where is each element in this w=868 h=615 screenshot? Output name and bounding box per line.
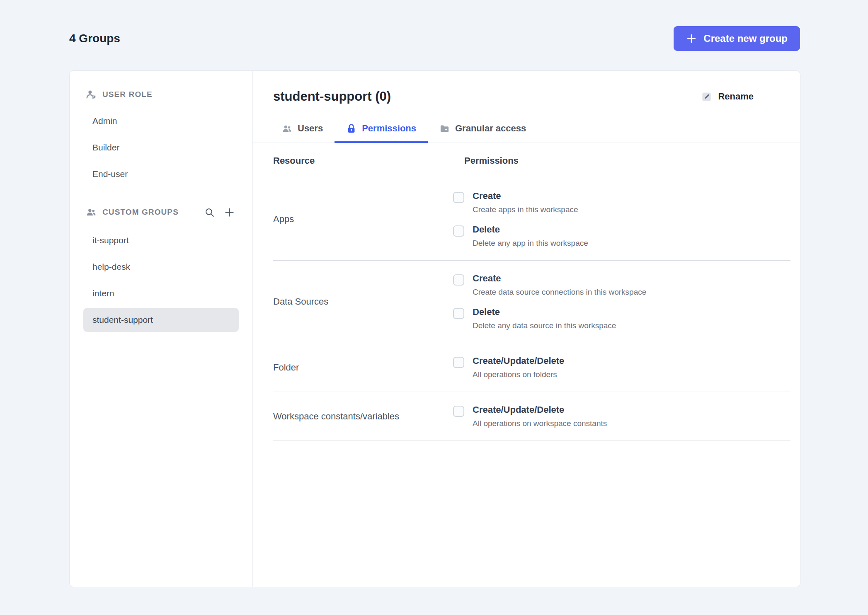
resource-label: Data Sources [273, 296, 453, 307]
user-role-list: Admin Builder End-user [83, 109, 239, 186]
custom-groups-icon [86, 207, 97, 218]
custom-groups-header-label: CUSTOM GROUPS [102, 208, 179, 217]
add-group-button[interactable] [222, 205, 236, 219]
table-row-data-sources: Data Sources Create Create data source c… [273, 261, 790, 343]
edit-pencil-icon [701, 91, 712, 102]
permission-checkbox[interactable] [453, 225, 464, 237]
permission-entry: Create/Update/Delete All operations on w… [453, 400, 790, 433]
rename-button[interactable]: Rename [701, 91, 754, 102]
sidebar-item-end-user[interactable]: End-user [83, 162, 239, 186]
permissions-cell: Create Create data source connections in… [453, 268, 790, 335]
permissions-cell: Create/Update/Delete All operations on f… [453, 351, 790, 384]
folder-icon [439, 123, 450, 134]
search-groups-button[interactable] [202, 205, 216, 219]
top-bar: 4 Groups Create new group [69, 26, 800, 51]
sidebar: USER ROLE Admin Builder End-user CUSTOM … [70, 71, 253, 587]
resource-label: Workspace constants/variables [273, 411, 453, 422]
create-new-group-label: Create new group [703, 33, 788, 44]
tab-users[interactable]: Users [270, 115, 335, 143]
group-title: student-support (0) [273, 89, 391, 104]
plus-icon [686, 33, 697, 44]
sidebar-item-student-support[interactable]: student-support [83, 308, 239, 332]
permission-checkbox[interactable] [453, 192, 464, 203]
sidebar-item-admin[interactable]: Admin [83, 109, 239, 133]
permission-entry: Create Create data source connections in… [453, 268, 790, 302]
permission-label: Create [473, 273, 646, 284]
permission-label: Create/Update/Delete [473, 404, 607, 415]
permissions-table: Resource Permissions Apps Create Create … [273, 143, 790, 441]
user-role-header: USER ROLE [83, 89, 239, 100]
permission-label: Create/Update/Delete [473, 356, 564, 366]
group-detail-panel: student-support (0) Rename [253, 71, 800, 587]
table-row-folder: Folder Create/Update/Delete All operatio… [273, 343, 790, 392]
groups-card: USER ROLE Admin Builder End-user CUSTOM … [69, 70, 800, 587]
resource-label: Apps [273, 214, 453, 225]
permission-entry: Delete Delete any data source in this wo… [453, 302, 790, 335]
lock-icon [346, 123, 356, 134]
table-row-workspace-constants: Workspace constants/variables Create/Upd… [273, 392, 790, 441]
user-role-icon [86, 89, 97, 100]
tab-granular-access[interactable]: Granular access [428, 115, 538, 143]
permission-description: Create apps in this workspace [473, 205, 578, 214]
tab-permissions[interactable]: Permissions [335, 115, 428, 143]
sidebar-item-intern[interactable]: intern [83, 281, 239, 305]
table-row-apps: Apps Create Create apps in this workspac… [273, 178, 790, 261]
permission-checkbox[interactable] [453, 357, 464, 368]
resource-label: Folder [273, 362, 453, 373]
custom-groups-header: CUSTOM GROUPS [83, 205, 239, 219]
tab-users-label: Users [298, 123, 323, 134]
custom-groups-list: it-support help-desk intern student-supp… [83, 228, 239, 332]
permission-entry: Create/Update/Delete All operations on f… [453, 351, 790, 384]
permission-checkbox[interactable] [453, 274, 464, 286]
search-icon [204, 207, 215, 218]
rename-label: Rename [718, 91, 754, 102]
permissions-table-header: Resource Permissions [273, 143, 790, 178]
permission-description: All operations on workspace constants [473, 419, 607, 428]
permission-label: Create [473, 191, 578, 201]
page-title: 4 Groups [69, 32, 120, 45]
resource-column-header: Resource [273, 155, 453, 166]
sidebar-item-it-support[interactable]: it-support [83, 228, 239, 252]
sidebar-item-builder[interactable]: Builder [83, 136, 239, 160]
sidebar-item-help-desk[interactable]: help-desk [83, 255, 239, 279]
permission-description: Delete any app in this workspace [473, 239, 588, 248]
permissions-column-header: Permissions [453, 155, 790, 166]
users-icon [282, 123, 292, 134]
permission-checkbox[interactable] [453, 308, 464, 319]
permission-label: Delete [473, 307, 616, 317]
permission-description: Create data source connections in this w… [473, 288, 646, 297]
permission-description: All operations on folders [473, 370, 564, 379]
group-tabs: Users Permissions [253, 115, 800, 143]
tab-permissions-label: Permissions [362, 123, 416, 134]
user-role-header-label: USER ROLE [102, 90, 153, 99]
permission-label: Delete [473, 224, 588, 235]
permission-entry: Delete Delete any app in this workspace [453, 219, 790, 253]
permission-checkbox[interactable] [453, 406, 464, 417]
create-new-group-button[interactable]: Create new group [674, 26, 800, 51]
permissions-cell: Create Create apps in this workspace Del… [453, 186, 790, 253]
permission-description: Delete any data source in this workspace [473, 321, 616, 330]
tab-granular-access-label: Granular access [455, 123, 526, 134]
permission-entry: Create Create apps in this workspace [453, 186, 790, 219]
plus-icon [224, 207, 235, 218]
permissions-cell: Create/Update/Delete All operations on w… [453, 400, 790, 433]
group-detail-header: student-support (0) Rename [273, 89, 754, 104]
